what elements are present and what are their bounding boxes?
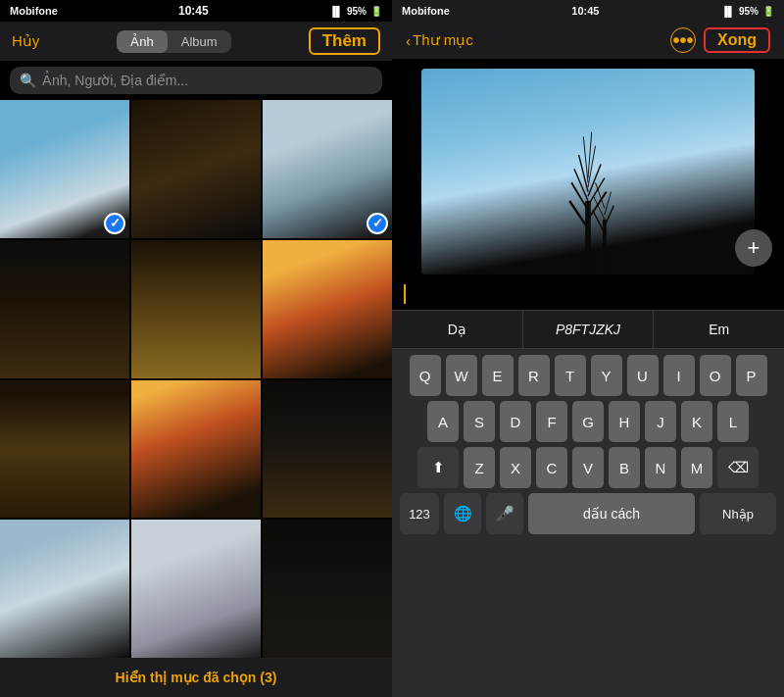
mic-key[interactable]: 🎤 [486,493,523,534]
key-r[interactable]: R [518,355,550,396]
right-status-icons: ▐▌ 95% 🔋 [721,6,774,17]
photo-grid: ✓ ✓ [0,100,392,658]
key-l[interactable]: L [717,401,749,442]
key-m[interactable]: M [681,447,712,488]
key-g[interactable]: G [572,401,604,442]
suggestion-right[interactable]: Em [654,311,784,348]
keyboard-row-2: A S D F G H J K L [396,401,780,442]
tab-group: Ảnh Album [117,30,230,53]
right-panel: Mobifone 10:45 ▐▌ 95% 🔋 ‹ Thư mục ••• Xo… [392,0,784,697]
keyboard-row-1: Q W E R T Y U I O P [396,355,780,396]
key-b[interactable]: B [609,447,640,488]
cancel-button[interactable]: Hủy [12,32,39,50]
keyboard: Q W E R T Y U I O P A S D F G H J K L ⬆ … [392,349,784,697]
svg-rect-11 [603,220,607,274]
suggestion-left[interactable]: Dạ [392,311,523,348]
keyboard-bottom-row: 123 🌐 🎤 dấu cách Nhập [396,493,780,534]
keyboard-row-3: ⬆ Z X C V B N M ⌫ [396,447,780,488]
right-nav-actions: ••• Xong [670,27,770,53]
photo-cell-1[interactable]: ✓ [0,100,129,238]
chevron-left-icon: ‹ [406,32,411,49]
photo-cell-7[interactable] [0,380,129,519]
photo-cell-12[interactable] [263,520,392,658]
selected-count-text: Hiển thị mục đã chọn (3) [116,670,277,685]
left-status-bar: Mobifone 10:45 ▐▌ 95% 🔋 [0,0,392,22]
key-c[interactable]: C [536,447,567,488]
search-placeholder: Ảnh, Người, Địa điểm... [42,73,188,88]
text-cursor [404,284,406,304]
left-status-icons: ▐▌ 95% 🔋 [329,6,382,17]
left-panel: Mobifone 10:45 ▐▌ 95% 🔋 Hủy Ảnh Album Th… [0,0,392,697]
right-battery-label: 95% [739,6,759,17]
key-v[interactable]: V [572,447,604,488]
shift-key[interactable]: ⬆ [417,447,459,488]
right-status-bar: Mobifone 10:45 ▐▌ 95% 🔋 [392,0,784,22]
space-key[interactable]: dấu cách [528,493,695,534]
search-bar[interactable]: 🔍 Ảnh, Người, Địa điểm... [10,67,382,94]
key-y[interactable]: Y [591,355,622,396]
key-k[interactable]: K [681,401,712,442]
tree-silhouette [559,127,617,274]
right-top-nav: ‹ Thư mục ••• Xong [392,22,784,59]
key-o[interactable]: O [700,355,731,396]
right-time: 10:45 [571,5,599,17]
key-t[interactable]: T [555,355,586,396]
check-badge-3: ✓ [367,213,388,234]
back-label: Thư mục [413,31,473,49]
key-n[interactable]: N [645,447,676,488]
photo-cell-10[interactable] [0,520,129,658]
right-carrier: Mobifone [402,5,450,17]
photo-cell-8[interactable] [131,380,261,519]
key-e[interactable]: E [482,355,514,396]
key-w[interactable]: W [446,355,477,396]
svg-line-15 [605,192,612,215]
left-top-nav: Hủy Ảnh Album Thêm [0,22,392,61]
key-p[interactable]: P [736,355,767,396]
battery-icon: 🔋 [370,6,382,17]
return-key[interactable]: Nhập [700,493,776,534]
key-q[interactable]: Q [410,355,441,396]
word-suggestions-bar: Dạ P8FTJZKJ Em [392,310,784,349]
back-button[interactable]: ‹ Thư mục [406,31,473,49]
key-j[interactable]: J [645,401,676,442]
photo-cell-5[interactable] [131,240,261,378]
photo-cell-4[interactable] [0,240,129,378]
dots-icon: ••• [672,29,693,52]
signal-icon: ▐▌ [329,6,343,17]
key-h[interactable]: H [609,401,640,442]
key-z[interactable]: Z [464,447,495,488]
more-options-button[interactable]: ••• [670,27,696,53]
right-battery-icon: 🔋 [762,6,774,17]
key-d[interactable]: D [500,401,531,442]
image-area: + [392,59,784,278]
search-icon: 🔍 [20,73,36,88]
key-i[interactable]: I [663,355,695,396]
tab-album[interactable]: Album [168,30,231,53]
photo-cell-3[interactable]: ✓ [263,100,392,238]
photo-cell-11[interactable] [131,520,261,658]
add-content-button[interactable]: + [735,229,772,267]
main-photo [421,69,755,274]
battery-label: 95% [347,6,367,17]
suggestion-center[interactable]: P8FTJZKJ [523,311,655,348]
key-u[interactable]: U [627,355,659,396]
photo-cell-6[interactable] [263,240,392,378]
globe-key[interactable]: 🌐 [444,493,481,534]
photo-cell-9[interactable] [263,380,392,519]
done-button[interactable]: Xong [704,27,770,53]
right-signal-icon: ▐▌ [721,6,735,17]
photo-cell-2[interactable] [131,100,261,238]
key-x[interactable]: X [500,447,531,488]
numbers-key[interactable]: 123 [400,493,439,534]
text-input-area[interactable] [392,278,784,310]
tab-photo[interactable]: Ảnh [117,30,167,53]
svg-rect-0 [585,201,591,274]
left-bottom-bar: Hiển thị mục đã chọn (3) [0,658,392,697]
key-s[interactable]: S [464,401,495,442]
key-a[interactable]: A [427,401,459,442]
key-f[interactable]: F [536,401,567,442]
add-button[interactable]: Thêm [309,27,380,55]
left-carrier: Mobifone [10,5,58,17]
check-badge-1: ✓ [104,213,125,234]
backspace-key[interactable]: ⌫ [717,447,759,488]
